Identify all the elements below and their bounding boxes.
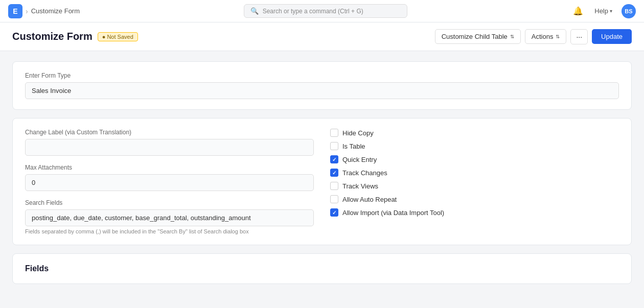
track-views-row: Track Views <box>330 182 619 190</box>
search-icon: 🔍 <box>250 7 259 15</box>
actions-label: Actions <box>532 33 554 40</box>
customize-child-label: Customize Child Table <box>442 33 508 40</box>
settings-left-col: Change Label (via Custom Translation) Ma… <box>25 129 314 234</box>
max-attachments-label: Max Attachments <box>25 164 314 171</box>
settings-right-col: Hide Copy Is Table Quick Entry Track Cha… <box>330 129 619 234</box>
is-table-checkbox[interactable] <box>330 142 338 150</box>
search-fields-label: Search Fields <box>25 199 314 206</box>
nav-center: 🔍 Search or type a command (Ctrl + G) <box>80 4 571 18</box>
app-icon[interactable]: E <box>8 4 22 18</box>
track-changes-label: Track Changes <box>342 169 387 177</box>
change-label-label: Change Label (via Custom Translation) <box>25 129 314 136</box>
quick-entry-checkbox[interactable] <box>330 155 338 163</box>
settings-card: Change Label (via Custom Translation) Ma… <box>12 118 632 245</box>
track-views-checkbox[interactable] <box>330 182 338 190</box>
is-table-label: Is Table <box>342 143 365 150</box>
search-bar[interactable]: 🔍 Search or type a command (Ctrl + G) <box>244 4 407 18</box>
fields-title: Fields <box>25 264 619 273</box>
change-label-field: Change Label (via Custom Translation) <box>25 129 314 156</box>
main-content: Enter Form Type Change Label (via Custom… <box>0 51 644 294</box>
help-label: Help <box>594 7 608 15</box>
more-options-button[interactable]: ··· <box>570 29 588 44</box>
quick-entry-row: Quick Entry <box>330 155 619 163</box>
update-button[interactable]: Update <box>592 29 632 44</box>
quick-entry-label: Quick Entry <box>342 156 377 163</box>
form-type-label: Enter Form Type <box>25 72 619 79</box>
change-label-input[interactable] <box>25 139 314 156</box>
page-header: Customize Form ● Not Saved Customize Chi… <box>0 22 644 51</box>
allow-import-row: Allow Import (via Data Import Tool) <box>330 208 619 217</box>
help-chevron-icon: ▾ <box>610 8 612 14</box>
hide-copy-checkbox[interactable] <box>330 129 338 137</box>
nav-left: E › Customize Form <box>8 4 80 18</box>
top-nav: E › Customize Form 🔍 Search or type a co… <box>0 0 644 22</box>
help-button[interactable]: Help ▾ <box>591 5 615 17</box>
customize-child-table-button[interactable]: Customize Child Table ⇅ <box>435 29 521 44</box>
allow-auto-repeat-label: Allow Auto Repeat <box>342 196 397 203</box>
actions-chevron-icon: ⇅ <box>556 34 560 39</box>
max-attachments-field: Max Attachments <box>25 164 314 191</box>
track-changes-row: Track Changes <box>330 169 619 177</box>
page-title: Customize Form <box>12 31 93 42</box>
breadcrumb-separator: › <box>26 7 28 15</box>
actions-button[interactable]: Actions ⇅ <box>525 29 567 44</box>
page-header-right: Customize Child Table ⇅ Actions ⇅ ··· Up… <box>435 29 632 44</box>
allow-auto-repeat-checkbox[interactable] <box>330 195 338 203</box>
customize-child-chevron-icon: ⇅ <box>510 34 514 39</box>
allow-import-label: Allow Import (via Data Import Tool) <box>342 209 444 217</box>
nav-right: 🔔 Help ▾ BS <box>571 4 636 18</box>
search-fields-input[interactable] <box>25 209 314 226</box>
track-changes-checkbox[interactable] <box>330 169 338 177</box>
form-type-input[interactable] <box>25 82 619 99</box>
track-views-label: Track Views <box>342 182 378 190</box>
page-header-left: Customize Form ● Not Saved <box>12 31 138 42</box>
allow-import-checkbox[interactable] <box>330 208 338 217</box>
hide-copy-row: Hide Copy <box>330 129 619 137</box>
form-type-card: Enter Form Type <box>12 61 632 110</box>
avatar[interactable]: BS <box>622 4 636 18</box>
notifications-button[interactable]: 🔔 <box>571 4 585 18</box>
status-badge: ● Not Saved <box>98 32 138 41</box>
fields-card: Fields <box>12 253 632 284</box>
nav-breadcrumb: Customize Form <box>31 7 80 15</box>
settings-two-col: Change Label (via Custom Translation) Ma… <box>25 129 619 234</box>
is-table-row: Is Table <box>330 142 619 150</box>
search-placeholder: Search or type a command (Ctrl + G) <box>263 8 363 15</box>
max-attachments-input[interactable] <box>25 174 314 191</box>
allow-auto-repeat-row: Allow Auto Repeat <box>330 195 619 203</box>
search-fields-hint: Fields separated by comma (,) will be in… <box>25 228 314 234</box>
search-fields-field: Search Fields Fields separated by comma … <box>25 199 314 234</box>
hide-copy-label: Hide Copy <box>342 129 374 137</box>
